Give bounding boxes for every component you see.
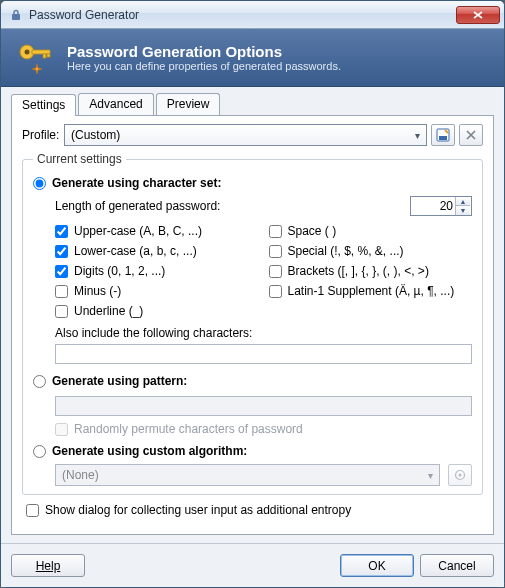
tab-preview[interactable]: Preview xyxy=(156,93,221,115)
check-minus-box[interactable] xyxy=(55,285,68,298)
tab-settings[interactable]: Settings xyxy=(11,94,76,116)
banner: Password Generation Options Here you can… xyxy=(1,29,504,87)
mode-charset-label[interactable]: Generate using character set: xyxy=(52,176,221,190)
check-lower[interactable]: Lower-case (a, b, c, ...) xyxy=(55,244,259,258)
check-underline[interactable]: Underline (_) xyxy=(55,304,259,318)
banner-title: Password Generation Options xyxy=(67,43,341,60)
check-space[interactable]: Space ( ) xyxy=(269,224,473,238)
current-settings-fieldset: Current settings Generate using characte… xyxy=(22,152,483,495)
dialog-window: Password Generator Password Generation O… xyxy=(0,0,505,588)
footer: Help OK Cancel xyxy=(1,543,504,587)
check-brackets-box[interactable] xyxy=(269,265,282,278)
also-include-label: Also include the following characters: xyxy=(55,326,472,340)
check-latin1-box[interactable] xyxy=(269,285,282,298)
mode-algorithm-row: Generate using custom algorithm: xyxy=(33,444,472,458)
mode-algorithm-radio[interactable] xyxy=(33,445,46,458)
svg-rect-3 xyxy=(32,50,50,54)
svg-point-9 xyxy=(459,474,462,477)
check-space-box[interactable] xyxy=(269,225,282,238)
ok-button[interactable]: OK xyxy=(340,554,414,577)
length-spin-buttons: ▲ ▼ xyxy=(455,197,470,215)
charset-grid: Upper-case (A, B, C, ...) Space ( ) Lowe… xyxy=(55,224,472,318)
mode-pattern-label[interactable]: Generate using pattern: xyxy=(52,374,187,388)
profile-value: (Custom) xyxy=(71,128,120,142)
svg-rect-4 xyxy=(43,54,46,58)
check-underline-box[interactable] xyxy=(55,305,68,318)
algorithm-select: (None) xyxy=(55,464,440,486)
delete-profile-button[interactable] xyxy=(459,124,483,146)
fieldset-legend: Current settings xyxy=(33,152,126,166)
profile-label: Profile: xyxy=(22,128,64,142)
length-label: Length of generated password: xyxy=(55,199,410,213)
banner-subtitle: Here you can define properties of genera… xyxy=(67,60,341,72)
mode-charset-radio[interactable] xyxy=(33,177,46,190)
cancel-button[interactable]: Cancel xyxy=(420,554,494,577)
svg-rect-5 xyxy=(47,54,50,57)
profile-row: Profile: (Custom) xyxy=(22,124,483,146)
check-upper[interactable]: Upper-case (A, B, C, ...) xyxy=(55,224,259,238)
content-area: Settings Advanced Preview Profile: (Cust… xyxy=(1,87,504,543)
check-upper-box[interactable] xyxy=(55,225,68,238)
length-spin-up[interactable]: ▲ xyxy=(456,197,470,206)
check-latin1[interactable]: Latin-1 Supplement (Ä, µ, ¶, ...) xyxy=(269,284,473,298)
length-spinner[interactable]: ▲ ▼ xyxy=(410,196,472,216)
permute-checkbox xyxy=(55,423,68,436)
algorithm-value: (None) xyxy=(62,468,99,482)
key-icon xyxy=(15,38,55,78)
window-title: Password Generator xyxy=(29,8,456,22)
entropy-checkbox[interactable] xyxy=(26,504,39,517)
check-minus[interactable]: Minus (-) xyxy=(55,284,259,298)
check-digits-box[interactable] xyxy=(55,265,68,278)
permute-check: Randomly permute characters of password xyxy=(55,422,472,436)
check-digits[interactable]: Digits (0, 1, 2, ...) xyxy=(55,264,259,278)
algorithm-options: (None) xyxy=(55,464,472,486)
algorithm-settings-button xyxy=(448,464,472,486)
mode-pattern-radio[interactable] xyxy=(33,375,46,388)
length-row: Length of generated password: ▲ ▼ xyxy=(55,196,472,216)
pattern-input xyxy=(55,396,472,416)
charset-options: Length of generated password: ▲ ▼ Upper-… xyxy=(55,196,472,364)
banner-text: Password Generation Options Here you can… xyxy=(67,43,341,72)
svg-rect-0 xyxy=(12,14,20,20)
tabstrip: Settings Advanced Preview xyxy=(11,93,494,115)
svg-point-2 xyxy=(25,49,30,54)
svg-rect-7 xyxy=(439,136,447,140)
check-brackets[interactable]: Brackets ([, ], {, }, (, ), <, >) xyxy=(269,264,473,278)
check-lower-box[interactable] xyxy=(55,245,68,258)
lock-icon xyxy=(9,8,23,22)
entropy-check[interactable]: Show dialog for collecting user input as… xyxy=(26,503,483,517)
tab-body: Profile: (Custom) Current settings Gener… xyxy=(11,115,494,535)
length-spin-down[interactable]: ▼ xyxy=(456,206,470,215)
help-button[interactable]: Help xyxy=(11,554,85,577)
close-button[interactable] xyxy=(456,6,500,24)
mode-charset-row: Generate using character set: xyxy=(33,176,472,190)
length-input[interactable] xyxy=(411,198,455,214)
mode-pattern-row: Generate using pattern: xyxy=(33,374,472,388)
check-special-box[interactable] xyxy=(269,245,282,258)
mode-algorithm-label[interactable]: Generate using custom algorithm: xyxy=(52,444,247,458)
save-profile-button[interactable] xyxy=(431,124,455,146)
pattern-options: Randomly permute characters of password xyxy=(55,394,472,436)
also-include-input[interactable] xyxy=(55,344,472,364)
profile-select[interactable]: (Custom) xyxy=(64,124,427,146)
titlebar: Password Generator xyxy=(1,1,504,29)
check-special[interactable]: Special (!, $, %, &, ...) xyxy=(269,244,473,258)
tab-advanced[interactable]: Advanced xyxy=(78,93,153,115)
